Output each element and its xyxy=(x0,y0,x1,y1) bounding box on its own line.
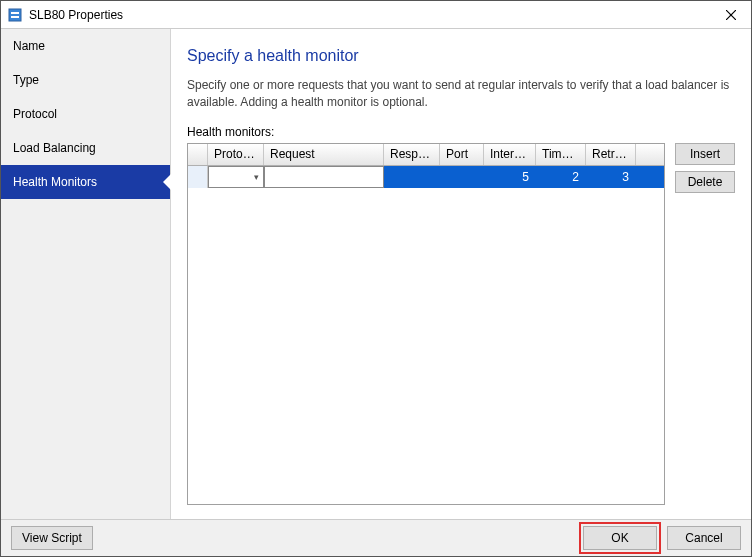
main-panel: Specify a health monitor Specify one or … xyxy=(171,29,751,519)
sidebar-item-protocol[interactable]: Protocol xyxy=(1,97,170,131)
delete-button[interactable]: Delete xyxy=(675,171,735,193)
table-label: Health monitors: xyxy=(187,125,735,139)
close-button[interactable] xyxy=(711,1,751,28)
svg-rect-1 xyxy=(11,12,19,14)
view-script-button[interactable]: View Script xyxy=(11,526,93,550)
ok-button[interactable]: OK xyxy=(583,526,657,550)
cell-port[interactable] xyxy=(440,166,484,188)
sidebar-item-label: Health Monitors xyxy=(13,175,97,189)
col-response[interactable]: Respo... xyxy=(384,144,440,165)
sidebar: Name Type Protocol Load Balancing Health… xyxy=(1,29,171,519)
sidebar-item-load-balancing[interactable]: Load Balancing xyxy=(1,131,170,165)
properties-window: SLB80 Properties Name Type Protocol Load… xyxy=(0,0,752,557)
svg-rect-2 xyxy=(11,16,19,18)
sidebar-item-name[interactable]: Name xyxy=(1,29,170,63)
close-icon xyxy=(726,10,736,20)
sidebar-item-type[interactable]: Type xyxy=(1,63,170,97)
col-protocol[interactable]: Protocol xyxy=(208,144,264,165)
grid-side-buttons: Insert Delete xyxy=(675,143,735,505)
window-title: SLB80 Properties xyxy=(29,8,711,22)
sidebar-item-health-monitors[interactable]: Health Monitors xyxy=(1,165,170,199)
col-interval[interactable]: Interval xyxy=(484,144,536,165)
footer: View Script OK Cancel xyxy=(1,519,751,556)
col-timeout[interactable]: Time-... xyxy=(536,144,586,165)
app-icon xyxy=(7,7,23,23)
sidebar-item-label: Load Balancing xyxy=(13,141,96,155)
svg-rect-0 xyxy=(9,9,21,21)
page-title: Specify a health monitor xyxy=(187,47,735,65)
chevron-down-icon: ▾ xyxy=(249,172,263,182)
cell-protocol[interactable]: ▾ Http Tcp xyxy=(208,166,264,188)
sidebar-item-label: Name xyxy=(13,39,45,53)
insert-button[interactable]: Insert xyxy=(675,143,735,165)
col-port[interactable]: Port xyxy=(440,144,484,165)
cell-timeout[interactable]: 2 xyxy=(536,166,586,188)
col-retries[interactable]: Retries xyxy=(586,144,636,165)
table-row[interactable]: ▾ Http Tcp 5 2 3 xyxy=(188,166,664,188)
health-monitors-grid[interactable]: Protocol Request Respo... Port Interval … xyxy=(187,143,665,505)
grid-header: Protocol Request Respo... Port Interval … xyxy=(188,144,664,166)
cell-response[interactable] xyxy=(384,166,440,188)
sidebar-item-label: Protocol xyxy=(13,107,57,121)
sidebar-item-label: Type xyxy=(13,73,39,87)
col-request[interactable]: Request xyxy=(264,144,384,165)
titlebar: SLB80 Properties xyxy=(1,1,751,29)
row-selector[interactable] xyxy=(188,166,208,188)
cell-retries[interactable]: 3 xyxy=(586,166,636,188)
cancel-button[interactable]: Cancel xyxy=(667,526,741,550)
cell-interval[interactable]: 5 xyxy=(484,166,536,188)
col-rowheader xyxy=(188,144,208,165)
cell-request[interactable] xyxy=(264,166,384,188)
page-description: Specify one or more requests that you wa… xyxy=(187,77,735,111)
